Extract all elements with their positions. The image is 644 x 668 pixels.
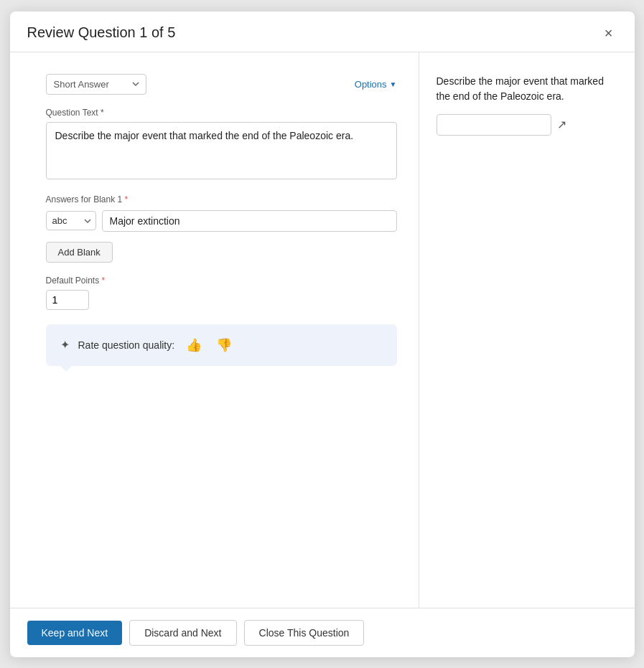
options-chevron-icon: ▼ xyxy=(390,80,397,88)
keep-and-next-button[interactable]: Keep and Next xyxy=(27,621,123,645)
review-modal: Review Question 1 of 5 × Short Answer Mu… xyxy=(10,11,635,657)
answers-label: Answers for Blank 1 * xyxy=(46,194,397,204)
question-text-label: Question Text * xyxy=(46,108,397,118)
question-type-row: Short Answer Multiple Choice True/False … xyxy=(46,74,397,95)
question-text-input[interactable]: Describe the major event that marked the… xyxy=(46,122,397,179)
right-panel: Describe the major event that marked the… xyxy=(419,52,635,608)
modal-header: Review Question 1 of 5 × xyxy=(10,11,635,52)
check-icon: ↗ xyxy=(557,118,566,131)
modal-body: Short Answer Multiple Choice True/False … xyxy=(10,52,635,608)
answer-row: abc ABC 123 xyxy=(46,210,397,232)
left-panel: Short Answer Multiple Choice True/False … xyxy=(10,52,419,608)
preview-question-text: Describe the major event that marked the… xyxy=(437,74,617,104)
discard-and-next-button[interactable]: Discard and Next xyxy=(129,620,236,646)
answer-input[interactable] xyxy=(102,210,397,232)
modal-title: Review Question 1 of 5 xyxy=(27,24,176,41)
points-label: Default Points * xyxy=(46,276,397,286)
preview-answer-row: ↗ xyxy=(437,114,617,136)
close-question-button[interactable]: Close This Question xyxy=(244,620,365,646)
sparkle-icon: ✦ xyxy=(60,338,70,352)
thumbs-up-button[interactable]: 👍 xyxy=(183,336,205,354)
modal-footer: Keep and Next Discard and Next Close Thi… xyxy=(10,608,635,657)
thumbs-down-button[interactable]: 👎 xyxy=(213,336,235,354)
add-blank-button[interactable]: Add Blank xyxy=(46,242,113,263)
question-type-select[interactable]: Short Answer Multiple Choice True/False … xyxy=(46,74,146,95)
rate-quality-label: Rate question quality: xyxy=(78,339,175,351)
preview-answer-input[interactable] xyxy=(437,114,551,136)
options-link[interactable]: Options ▼ xyxy=(355,79,397,90)
rate-quality-box: ✦ Rate question quality: 👍 👎 xyxy=(46,324,397,366)
points-input[interactable] xyxy=(46,290,89,310)
close-button[interactable]: × xyxy=(600,24,617,42)
answer-type-select[interactable]: abc ABC 123 xyxy=(46,211,96,230)
